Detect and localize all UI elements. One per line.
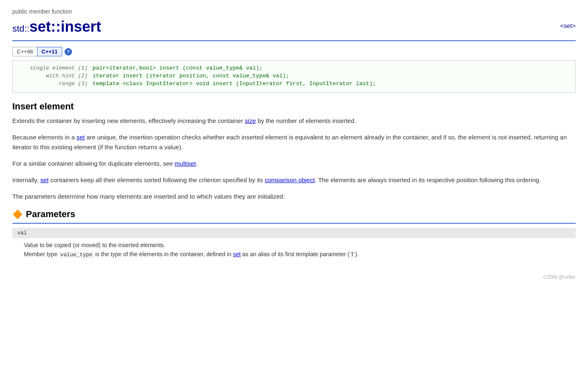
multiset-link[interactable]: multiset: [174, 160, 196, 167]
param-val-desc: Value to be copied (or moved) to the ins…: [12, 238, 576, 262]
tab-cpp98[interactable]: C++98: [12, 47, 37, 56]
help-icon[interactable]: ?: [65, 48, 72, 56]
param-val-desc-row: Value to be copied (or moved) to the ins…: [12, 238, 576, 262]
code-label-3: range (3): [19, 81, 93, 87]
size-link[interactable]: size: [245, 117, 256, 124]
paragraph-3: For a similar container allowing for dup…: [12, 159, 576, 169]
params-heading: Parameters: [26, 209, 75, 220]
title-func: set::insert: [30, 18, 101, 35]
page-title: std::set::insert: [12, 18, 576, 35]
code-row-2: with hint (2) iterator insert (iterator …: [19, 73, 569, 79]
tab-cpp11[interactable]: C++11: [37, 47, 62, 56]
code-content-2: iterator insert (iterator position, cons…: [93, 73, 289, 79]
set-link[interactable]: <set>: [560, 22, 576, 29]
version-tabs: C++98 C++11 ?: [12, 47, 576, 56]
params-icon: 🔶: [12, 209, 23, 219]
public-member-label: public member function: [12, 8, 576, 15]
params-divider: [12, 223, 576, 224]
title-prefix: std::: [12, 23, 30, 34]
insert-element-heading: Insert element: [12, 101, 576, 112]
code-content-3: template <class InputIterator> void inse…: [93, 81, 376, 87]
paragraph-4: Internally, set containers keep all thei…: [12, 175, 576, 185]
paragraph-2: Because elements in a set are unique, th…: [12, 132, 576, 152]
value-type-code: value_type: [59, 251, 94, 258]
code-label-2: with hint (2): [19, 73, 93, 79]
params-table: val Value to be copied (or moved) to the…: [12, 228, 576, 262]
code-row-1: single element (1) pair<iterator,bool> i…: [19, 65, 569, 71]
paragraph-5: The parameters determine how many elemen…: [12, 192, 576, 202]
param-val-name: val: [12, 228, 576, 238]
code-content-1: pair<iterator,bool> insert (const value_…: [93, 65, 263, 71]
set-link-params[interactable]: set: [233, 251, 241, 257]
code-row-3: range (3) template <class InputIterator>…: [19, 81, 569, 87]
set-link-p4[interactable]: set: [40, 176, 49, 183]
title-divider: [12, 40, 576, 41]
code-box: single element (1) pair<iterator,bool> i…: [12, 60, 576, 93]
watermark: CSDN @cefler: [12, 274, 576, 280]
t-code: T: [349, 251, 355, 258]
code-label-1: single element (1): [19, 65, 93, 71]
paragraph-1: Extends the container by inserting new e…: [12, 116, 576, 126]
params-header: 🔶 Parameters: [12, 209, 576, 220]
comparison-object-link[interactable]: comparison object: [265, 176, 315, 183]
param-val-name-row: val: [12, 228, 576, 238]
set-link-p2[interactable]: set: [77, 134, 85, 141]
